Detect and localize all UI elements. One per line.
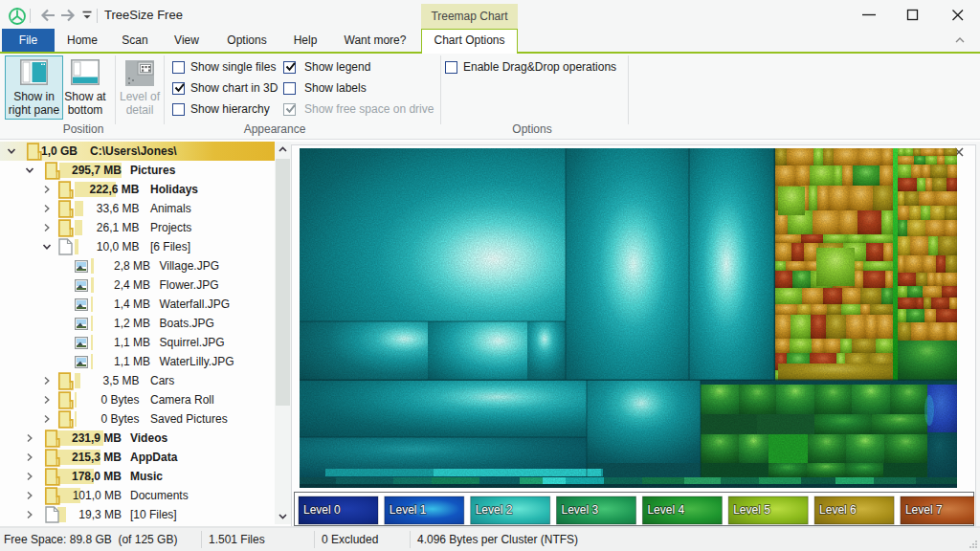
svg-text:Level 5: Level 5 <box>733 503 770 517</box>
svg-text:Level 2: Level 2 <box>476 503 513 517</box>
svg-text:Level 7: Level 7 <box>905 503 943 517</box>
svg-text:Level 4: Level 4 <box>647 503 684 517</box>
svg-text:Level 6: Level 6 <box>819 503 857 517</box>
svg-text:Level 3: Level 3 <box>562 503 599 517</box>
svg-text:Level 1: Level 1 <box>390 503 427 517</box>
svg-text:Level 0: Level 0 <box>303 503 341 517</box>
